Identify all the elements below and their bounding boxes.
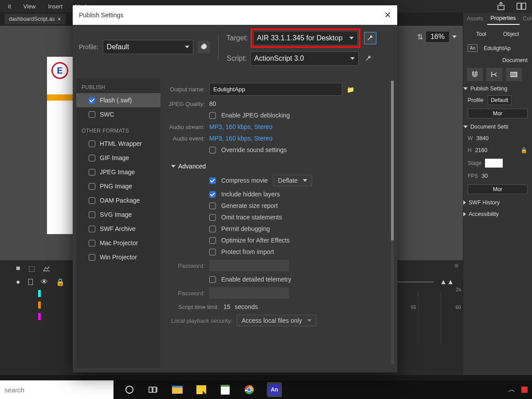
menu-view[interactable]: View (17, 3, 42, 10)
align-icon[interactable] (486, 68, 502, 81)
more-button-2[interactable]: Mor (468, 184, 528, 194)
profile-select[interactable]: Default (488, 95, 512, 105)
svg-rect-2 (522, 3, 526, 9)
tab-assets[interactable]: Assets (463, 13, 487, 24)
section-document-settings[interactable]: Document Setti (463, 121, 532, 133)
hidden-layers-checkbox[interactable] (209, 191, 216, 198)
override-sound-checkbox[interactable] (209, 147, 216, 153)
compress-mode-select[interactable]: Deflate (273, 175, 312, 186)
sidebar-item-macproj[interactable]: Mac Projector (76, 236, 160, 250)
audio-stream-label: Audio stream: (166, 124, 205, 130)
tab-dashboardscript[interactable]: dashboardScript.as × (4, 14, 66, 24)
zoom-stepper-icon[interactable]: ⇅ (417, 33, 423, 41)
size-report-checkbox[interactable] (209, 203, 216, 209)
override-sound-label: Override sound settings (221, 146, 287, 153)
layer-key-2[interactable] (38, 301, 41, 309)
sidebar-item-svg[interactable]: SVG Image (76, 207, 160, 222)
stage-preview (47, 57, 74, 234)
menu-insert[interactable]: Insert (42, 3, 69, 10)
animate-app-icon[interactable]: An (267, 382, 282, 397)
lock-icon[interactable]: 🔒 (56, 278, 65, 286)
close-icon[interactable]: ✕ (384, 10, 391, 20)
sidebar-item-gif[interactable]: GIF Image (76, 151, 160, 165)
telemetry-checkbox[interactable] (209, 276, 216, 283)
sidebar-item-jpeg[interactable]: JPEG Image (76, 165, 160, 179)
height-input[interactable]: 2160 (475, 147, 488, 153)
mountain-icon[interactable]: ▲▲ (440, 278, 454, 286)
profile-label: Profile (468, 97, 483, 103)
stage-label: Stage (468, 160, 481, 166)
omit-trace-checkbox[interactable] (209, 214, 216, 221)
camera-icon[interactable]: ■ (16, 264, 20, 272)
subtab-object[interactable]: Object (503, 31, 519, 37)
height-label: H (468, 147, 472, 153)
chrome-icon[interactable] (243, 383, 255, 396)
audio-stream-link[interactable]: MP3, 160 kbps, Stereo (209, 123, 272, 130)
section-swf-history[interactable]: SWF History (463, 197, 532, 208)
script-time-limit-value[interactable]: 15 (223, 303, 231, 310)
debug-checkbox[interactable] (209, 226, 216, 232)
output-name-input[interactable] (209, 83, 342, 96)
subtab-tool[interactable]: Tool (476, 31, 486, 37)
close-icon[interactable]: × (57, 16, 61, 23)
deblock-checkbox[interactable] (209, 112, 216, 119)
stage-color-swatch[interactable] (485, 159, 503, 168)
tray-app-icon[interactable] (521, 387, 528, 393)
advanced-toggle[interactable]: Advanced (166, 156, 385, 172)
file-explorer-icon[interactable] (171, 383, 184, 396)
notepad-icon[interactable] (219, 383, 231, 396)
jpeg-quality-value[interactable]: 80 (209, 100, 216, 107)
zoom-input[interactable]: 16% (426, 31, 450, 43)
compress-checkbox[interactable] (209, 177, 216, 184)
wrench-icon[interactable] (362, 52, 375, 65)
section-accessibility[interactable]: Accessibility (463, 208, 532, 220)
width-input[interactable]: 3840 (476, 135, 489, 141)
after-effects-checkbox[interactable] (209, 237, 216, 244)
sidebar-item-oam[interactable]: OAM Package (76, 193, 160, 207)
workspace-icon[interactable] (516, 2, 527, 11)
visibility-icon[interactable]: 👁 (41, 278, 48, 286)
audio-event-link[interactable]: MP3, 160 kbps, Stereo (209, 135, 272, 142)
folder-icon[interactable]: 📁 (347, 86, 354, 93)
frame-icon[interactable] (506, 68, 522, 81)
sidebar-item-html[interactable]: HTML Wrapper (76, 137, 160, 151)
tab-color[interactable]: Col (520, 13, 532, 24)
more-button[interactable]: Mor (468, 109, 528, 118)
task-view-icon[interactable] (147, 383, 160, 396)
page-icon[interactable] (28, 279, 33, 285)
wrench-icon[interactable] (364, 32, 376, 44)
sticky-notes-icon[interactable] (195, 383, 207, 396)
script-select[interactable]: ActionScript 3.0 (250, 51, 359, 66)
sidebar-item-flash[interactable]: Flash (.swf) (76, 93, 160, 107)
sidebar-item-winproj[interactable]: Win Projector (76, 250, 160, 264)
keyframe-icon[interactable]: ● (16, 278, 20, 286)
panel-menu-icon[interactable]: ≡ (454, 262, 458, 270)
layer-key-3[interactable] (38, 313, 41, 320)
fps-input[interactable]: 30 (481, 173, 488, 179)
lock-icon[interactable]: 🔒 (520, 147, 528, 153)
checkbox[interactable] (89, 97, 95, 104)
sidebar-item-png[interactable]: PNG Image (76, 179, 160, 193)
checkbox[interactable] (89, 111, 95, 118)
sidebar-item-swfarchive[interactable]: SWF Archive (76, 222, 160, 236)
share-icon[interactable] (497, 2, 507, 11)
layer-key-1[interactable] (38, 290, 41, 297)
sidebar-item-swc[interactable]: SWC (76, 107, 160, 121)
menu-edit[interactable]: it (2, 3, 17, 10)
gear-icon[interactable] (198, 41, 210, 53)
hierarchy-icon[interactable]: ⬚ (28, 264, 35, 273)
profile-label: Profile: (79, 43, 98, 51)
protect-checkbox[interactable] (209, 249, 216, 255)
graph-icon[interactable] (43, 265, 50, 271)
profile-select[interactable]: Default (103, 40, 193, 54)
magnet-icon[interactable] (467, 68, 483, 81)
section-publish-settings[interactable]: Publish Setting (463, 83, 532, 94)
script-time-limit-unit: seconds (235, 303, 258, 310)
cortana-icon[interactable] (123, 383, 136, 396)
tab-properties[interactable]: Properties (487, 12, 520, 25)
chevron-down-icon[interactable] (452, 35, 457, 38)
taskbar-search[interactable]: search (0, 380, 113, 399)
dialog-scrollbar-thumb[interactable] (391, 81, 394, 240)
target-select[interactable]: AIR 33.1.1.345 for Desktop (253, 31, 358, 45)
tray-expand-icon[interactable]: ︿ (508, 385, 515, 395)
